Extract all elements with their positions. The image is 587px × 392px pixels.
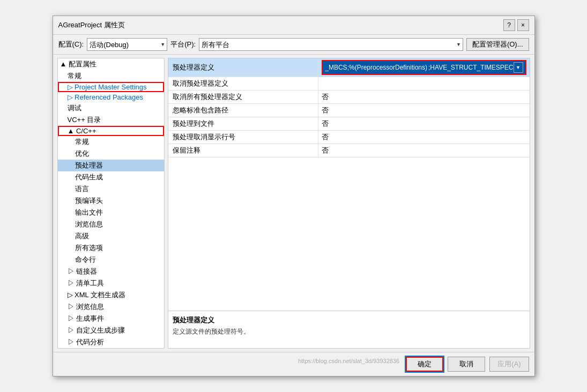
config-select-wrapper: 活动(Debug) xyxy=(87,38,167,51)
tree-item-xml-wen-dang[interactable]: ▷ XML 文档生成器 xyxy=(58,289,165,301)
tree-item-label: ▷ 自定义生成步骤 xyxy=(68,326,125,335)
tree-item-qing-dan-gong-ju[interactable]: ▷ 清单工具 xyxy=(58,277,165,289)
prop-value-cancel-all-def: 否 xyxy=(318,91,529,103)
tree-item-zi-ding-yi[interactable]: ▷ 自定义生成步骤 xyxy=(58,325,165,336)
prop-name-keep-comments: 保留注释 xyxy=(168,144,318,157)
tree-item-label: ▷ XML 文档生成器 xyxy=(68,290,125,300)
tree-item-label: 输出文件 xyxy=(75,208,103,217)
tree-item-label: ▲ C/C++ xyxy=(68,127,96,135)
tree-item-label: 优化 xyxy=(75,149,89,159)
property-dialog: AGreatProject 属性页 ? × 配置(C): 活动(Debug) 平… xyxy=(53,16,535,376)
platform-select[interactable]: 所有平台 xyxy=(199,38,463,51)
prop-name-cancel-all-def: 取消所有预处理器定义 xyxy=(168,91,318,103)
close-button[interactable]: × xyxy=(517,19,529,31)
tree-item-label: VC++ 目录 xyxy=(68,115,101,125)
prop-row-cancel-def[interactable]: 取消预处理器定义 xyxy=(168,77,529,91)
preprocessor-extra-value: ;HAVE_STRUCT_TIMESPEC xyxy=(428,64,513,71)
tree-item-project-master[interactable]: ▷ Project Master Settings xyxy=(58,82,165,92)
tree-item-label: ▷ 浏览信息 xyxy=(68,302,105,312)
prop-value-preprocessor-def: _MBCS;%(PreprocessorDefinitions);HAVE_ST… xyxy=(318,58,529,77)
tree-item-gao-ji[interactable]: 高级 xyxy=(58,230,165,242)
tree-item-label: 常规 xyxy=(68,71,81,81)
prop-row-preprocessor-def[interactable]: 预处理器定义_MBCS;%(PreprocessorDefinitions);H… xyxy=(168,58,529,77)
prop-value-text: 否 xyxy=(322,92,329,102)
prop-row-keep-comments[interactable]: 保留注释否 xyxy=(168,144,529,157)
tree-item-chang-gui[interactable]: 常规 xyxy=(58,70,165,82)
tree-item-label: 语言 xyxy=(75,184,89,194)
prop-row-suppress-line[interactable]: 预处理取消显示行号否 xyxy=(168,131,529,144)
description-text: 定义源文件的预处理符号。 xyxy=(173,327,525,336)
tree-item-vc-mulu[interactable]: VC++ 目录 xyxy=(58,114,165,126)
tree-item-label: 预处理器 xyxy=(75,161,103,170)
tree-item-you-hua[interactable]: 优化 xyxy=(58,148,165,160)
tree-item-label: 预编译头 xyxy=(75,196,103,206)
prop-row-preprocess-to-file[interactable]: 预处理到文件否 xyxy=(168,117,529,131)
config-select[interactable]: 活动(Debug) xyxy=(87,38,167,51)
prop-value-cancel-def xyxy=(318,77,529,90)
prop-value-preprocess-to-file: 否 xyxy=(318,117,529,130)
tree-item-dai-ma-fen-xi[interactable]: ▷ 代码分析 xyxy=(58,336,165,348)
prop-value-text: 否 xyxy=(322,146,329,155)
tree-item-suo-you-xuan-xiang[interactable]: 所有选项 xyxy=(58,242,165,254)
tree-item-yu-chu-li-qi[interactable]: 预处理器 xyxy=(58,160,165,171)
tree-item-sheng-cheng-shi-jian[interactable]: ▷ 生成事件 xyxy=(58,313,165,325)
description-title: 预处理器定义 xyxy=(173,315,525,325)
prop-value-text: 否 xyxy=(322,105,329,115)
tree-item-label: ▲ 配置属性 xyxy=(60,59,96,69)
config-label: 配置(C): xyxy=(58,40,84,49)
tree-item-label: 所有选项 xyxy=(75,243,103,253)
prop-name-ignore-std-include: 忽略标准包含路径 xyxy=(168,104,318,117)
description-panel: 预处理器定义 定义源文件的预处理符号。 xyxy=(168,311,530,349)
prop-row-ignore-std-include[interactable]: 忽略标准包含路径否 xyxy=(168,104,529,117)
tree-item-label: 高级 xyxy=(75,231,89,241)
tree-item-liu-lan-xin-xi[interactable]: 浏览信息 xyxy=(58,218,165,230)
title-bar: AGreatProject 属性页 ? × xyxy=(53,16,534,35)
prop-value-text: 否 xyxy=(322,132,329,142)
tree-item-label: ▷ Project Master Settings xyxy=(68,83,147,91)
tree-item-dai-ma-sheng-cheng[interactable]: 代码生成 xyxy=(58,171,165,183)
preprocessor-dropdown-btn[interactable]: ▼ xyxy=(514,62,523,73)
tree-item-diao-shi[interactable]: 调试 xyxy=(58,102,165,114)
tree-item-pei-zhi-shu-xing[interactable]: ▲ 配置属性 xyxy=(58,58,165,70)
help-button[interactable]: ? xyxy=(503,19,515,31)
tree-item-shu-chu-wen-jian[interactable]: 输出文件 xyxy=(58,207,165,218)
tree-item-label: 代码生成 xyxy=(75,172,103,182)
tree-item-label: 调试 xyxy=(68,103,81,113)
prop-value-ignore-std-include: 否 xyxy=(318,104,529,117)
prop-name-preprocess-to-file: 预处理到文件 xyxy=(168,117,318,130)
prop-value-text: 否 xyxy=(322,119,329,129)
prop-value-keep-comments: 否 xyxy=(318,144,529,157)
property-table: 预处理器定义_MBCS;%(PreprocessorDefinitions);H… xyxy=(168,58,530,311)
tree-item-c-cpp[interactable]: ▲ C/C++ xyxy=(58,126,165,136)
title-buttons: ? × xyxy=(503,19,529,31)
tree-item-lian-jie-qi[interactable]: ▷ 链接器 xyxy=(58,266,165,277)
apply-button[interactable]: 应用(A) xyxy=(489,357,529,372)
prop-name-cancel-def: 取消预处理器定义 xyxy=(168,77,318,90)
tree-item-yu-yan[interactable]: 语言 xyxy=(58,183,165,195)
prop-name-preprocessor-def: 预处理器定义 xyxy=(168,58,318,77)
tree-item-referenced-packages[interactable]: ▷ Referenced Packages xyxy=(58,92,165,102)
tree-item-label: ▷ 代码分析 xyxy=(68,337,105,347)
platform-label: 平台(P): xyxy=(170,40,196,49)
tree-item-label: 命令行 xyxy=(75,255,96,265)
tree-item-yu-bian-yi-tou[interactable]: 预编译头 xyxy=(58,195,165,207)
tree-item-label: ▷ 清单工具 xyxy=(68,278,105,288)
preprocessor-main-value: _MBCS;%(PreprocessorDefinitions) xyxy=(325,64,427,71)
cancel-button[interactable]: 取消 xyxy=(448,357,485,372)
dialog-title: AGreatProject 属性页 xyxy=(58,20,125,30)
prop-name-suppress-line: 预处理取消显示行号 xyxy=(168,131,318,144)
tree-item-label: ▷ Referenced Packages xyxy=(68,93,144,101)
tree-item-label: 浏览信息 xyxy=(75,220,103,229)
platform-select-wrapper: 所有平台 xyxy=(199,38,463,51)
tree-item-label: ▷ 链接器 xyxy=(68,267,98,276)
ok-button[interactable]: 确定 xyxy=(406,357,443,372)
tree-item-chang-gui-cpp[interactable]: 常规 xyxy=(58,136,165,148)
tree-item-liu-lan-xin-xi2[interactable]: ▷ 浏览信息 xyxy=(58,301,165,313)
config-manager-button[interactable]: 配置管理器(O)... xyxy=(466,38,529,51)
main-content: ▲ 配置属性常规▷ Project Master Settings▷ Refer… xyxy=(53,55,534,352)
watermark: https://blog.csdn.net/slat_3d/93932836 xyxy=(58,357,402,372)
preprocessor-value-box: _MBCS;%(PreprocessorDefinitions);HAVE_ST… xyxy=(322,60,526,75)
tree-item-ming-ling-hang[interactable]: 命令行 xyxy=(58,254,165,266)
bottom-bar: https://blog.csdn.net/slat_3d/93932836 确… xyxy=(53,352,534,376)
prop-row-cancel-all-def[interactable]: 取消所有预处理器定义否 xyxy=(168,91,529,104)
